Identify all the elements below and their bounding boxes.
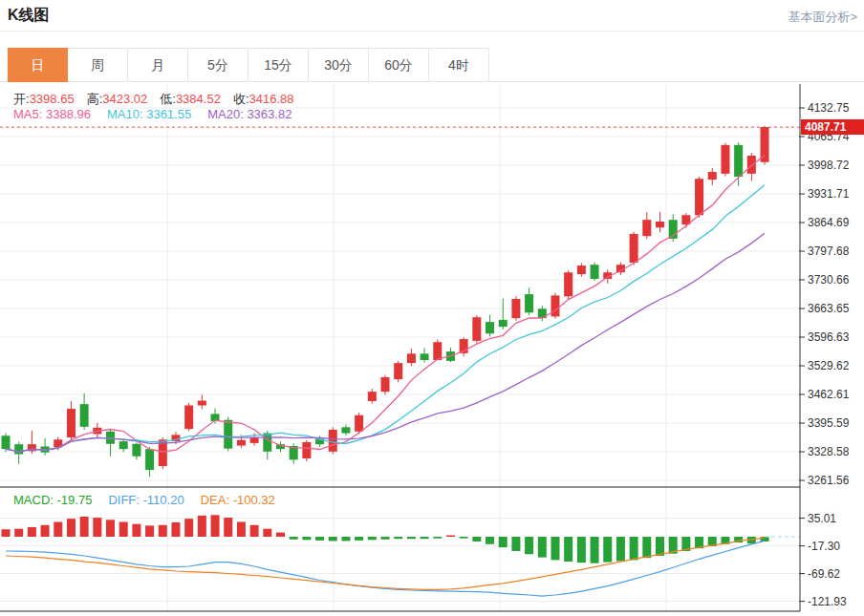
macd-bar <box>119 521 128 537</box>
candle-body <box>564 272 572 296</box>
candle-body <box>695 179 703 215</box>
last-price-tag: 4087.71 <box>801 119 864 135</box>
candle-body <box>708 172 717 180</box>
ohlc-value: 3384.52 <box>176 92 221 106</box>
candle-body <box>591 265 599 279</box>
macd-bar <box>54 521 62 537</box>
axis-labels: 4132.754065.743998.723931.713864.693797.… <box>799 101 850 608</box>
candle-body <box>761 127 769 162</box>
macd-bar <box>28 527 36 537</box>
macd-bar <box>538 537 547 558</box>
macd-bar <box>67 519 76 537</box>
macd-item: MACD: -19.75 <box>13 493 92 507</box>
candle-body <box>80 404 89 427</box>
macd-bar <box>2 529 11 537</box>
candle-body <box>67 409 76 437</box>
macd-bar <box>237 521 246 537</box>
ma-summary: MA5: 3388.96MA10: 3361.55MA20: 3363.82 <box>13 107 308 121</box>
candle-body <box>656 222 664 227</box>
macd-bar <box>355 537 363 541</box>
macd-bar <box>132 524 140 537</box>
tick-label: 3864.69 <box>808 216 850 229</box>
macd-bar <box>341 537 350 541</box>
candle-body <box>472 317 481 341</box>
macd-bar <box>329 537 337 541</box>
macd-bar <box>577 537 586 563</box>
ohlc-label: 收: <box>233 92 249 106</box>
candle-body <box>381 377 390 392</box>
candle-body <box>237 440 246 446</box>
macd-bar <box>472 537 481 542</box>
candle-body <box>119 441 128 449</box>
macd-bar <box>656 537 664 556</box>
candle-body <box>551 295 559 316</box>
candle-body <box>577 266 586 274</box>
macd-bar <box>616 537 625 562</box>
macd-bar <box>80 517 89 537</box>
macd-bar <box>525 537 533 554</box>
macd-bar <box>263 529 271 537</box>
tick-label: 3797.68 <box>808 244 850 258</box>
candle-body <box>394 363 402 379</box>
candle-body <box>145 449 154 470</box>
candle-body <box>499 320 508 327</box>
macd-item: DEA: -100.32 <box>201 493 275 507</box>
tick-label: 3261.56 <box>808 474 850 487</box>
macd-bar <box>421 537 429 539</box>
tick-label: 4132.75 <box>808 101 850 115</box>
ma-item-value: 3361.55 <box>146 107 191 121</box>
macd-bar <box>276 533 285 537</box>
macd-bar <box>106 520 115 537</box>
macd-item-label: DEA: <box>201 493 229 507</box>
macd-bar <box>642 537 651 558</box>
macd-item-value: -19.75 <box>57 493 93 507</box>
macd-bar <box>564 537 572 562</box>
candle-body <box>721 145 729 174</box>
tick-label: 35.01 <box>808 512 836 525</box>
candle-body <box>734 145 743 177</box>
ma20-line <box>6 233 765 452</box>
tick-label: 3931.71 <box>808 187 850 201</box>
macd-bar <box>14 529 23 537</box>
tick-label: 3328.58 <box>808 445 850 458</box>
candle-body <box>184 405 193 429</box>
macd-bar <box>511 537 520 551</box>
ohlc-label: 低: <box>160 92 176 106</box>
macd-bar <box>93 518 101 537</box>
ma-item: MA20: 3363.82 <box>207 107 292 121</box>
ma-item-label: MA20: <box>207 107 244 121</box>
macd-bar <box>446 536 455 538</box>
macd-bar <box>381 537 390 540</box>
macd-item-label: DIFF: <box>108 493 140 507</box>
tick-label: -17.30 <box>808 540 840 553</box>
tick-label: 3596.63 <box>808 330 850 344</box>
macd-bar <box>603 537 612 563</box>
macd-bar <box>551 537 559 560</box>
tick-label: -121.93 <box>808 595 847 608</box>
macd-item-value: -100.32 <box>233 493 275 507</box>
macd-item-label: MACD: <box>13 493 54 507</box>
tick-label: 3462.61 <box>808 388 850 401</box>
tick-label: 3395.59 <box>808 416 850 430</box>
candles <box>2 126 769 477</box>
tick-label: 3663.65 <box>808 302 850 315</box>
macd-bar <box>315 537 324 541</box>
candle-body <box>407 353 416 363</box>
macd-bar <box>630 537 638 560</box>
ma-item: MA10: 3361.55 <box>107 107 191 121</box>
candle-body <box>511 299 520 318</box>
candle-body <box>14 444 23 454</box>
macd-bar <box>368 537 377 540</box>
candle-body <box>630 234 638 263</box>
ma-item-label: MA5: <box>13 107 42 121</box>
candle-body <box>433 342 442 360</box>
macd-bar <box>224 518 232 537</box>
macd-bar <box>211 515 220 537</box>
candle-body <box>263 434 271 452</box>
macd-bar <box>159 525 167 537</box>
candle-body <box>224 420 232 449</box>
macd-bar <box>407 537 416 539</box>
ma5-line <box>6 156 765 452</box>
macd-bar <box>198 516 206 537</box>
macd-bar <box>394 537 402 539</box>
